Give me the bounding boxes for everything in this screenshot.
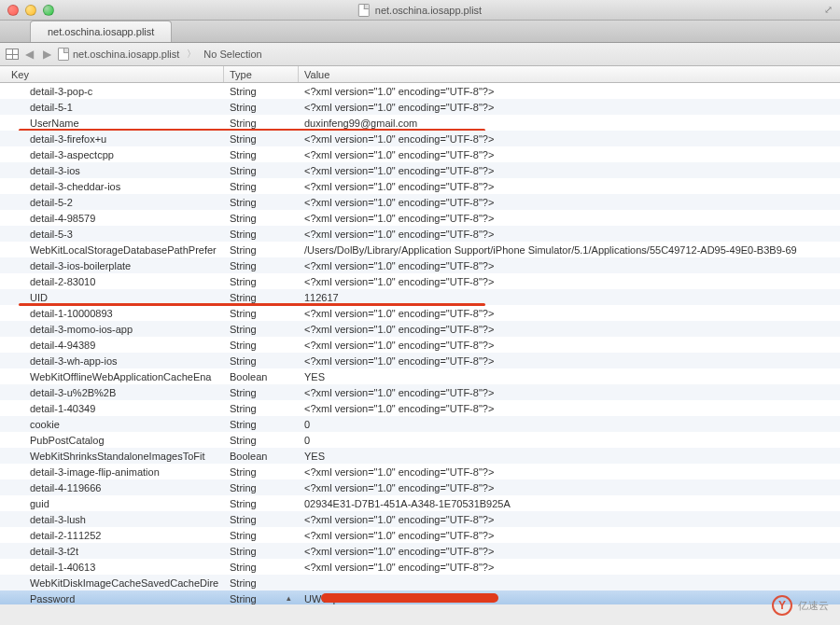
cell-key: guid — [0, 498, 224, 509]
cell-value: 02934E31-D7B1-451A-A348-1E70531B925A — [299, 498, 840, 509]
column-header-type[interactable]: Type — [224, 66, 299, 82]
table-row[interactable]: detail-4-98579String<?xml version="1.0" … — [0, 210, 840, 226]
table-row[interactable]: detail-3-cheddar-iosString<?xml version=… — [0, 178, 840, 194]
table-row[interactable]: detail-4-119666String<?xml version="1.0"… — [0, 479, 840, 495]
cell-key: detail-1-10000893 — [0, 308, 224, 319]
cell-value: <?xml version="1.0" encoding="UTF-8"?> — [299, 213, 840, 224]
table-row[interactable]: detail-3-momo-ios-appString<?xml version… — [0, 321, 840, 337]
table-row[interactable]: UIDString112617 — [0, 289, 840, 305]
table-row[interactable]: detail-5-1String<?xml version="1.0" enco… — [0, 99, 840, 115]
cell-type: Boolean — [224, 371, 299, 382]
table-row[interactable]: Password+−StringUWGqL — [0, 590, 840, 604]
table-row[interactable]: detail-3-image-flip-animationString<?xml… — [0, 464, 840, 479]
cell-value: 0 — [299, 419, 840, 430]
document-icon — [358, 4, 370, 17]
cell-value: <?xml version="1.0" encoding="UTF-8"?> — [299, 86, 840, 97]
cell-key: detail-1-40349 — [0, 403, 224, 414]
cell-key: PubPostCatalog — [0, 435, 224, 446]
table-row[interactable]: detail-3-lushString<?xml version="1.0" e… — [0, 511, 840, 527]
cell-key: detail-3-ios-boilerplate — [0, 260, 224, 271]
watermark-text: 亿速云 — [798, 599, 829, 613]
table-row[interactable]: detail-5-3String<?xml version="1.0" enco… — [0, 226, 840, 242]
table-row[interactable]: WebKitShrinksStandaloneImagesToFitBoolea… — [0, 448, 840, 464]
cell-type: String — [224, 165, 299, 176]
cell-type: String — [224, 387, 299, 398]
close-icon[interactable] — [7, 5, 19, 16]
table-row[interactable]: guidString02934E31-D7B1-451A-A348-1E7053… — [0, 495, 840, 511]
expand-icon[interactable]: ⤢ — [824, 4, 833, 16]
table-row[interactable]: detail-2-111252String<?xml version="1.0"… — [0, 527, 840, 543]
cell-key: detail-4-94389 — [0, 340, 224, 351]
watermark: Y 亿速云 — [772, 595, 829, 616]
cell-value: 0 — [299, 435, 840, 446]
path-segment-file[interactable]: net.oschina.iosapp.plist — [58, 48, 179, 61]
table-row[interactable]: detail-3-wh-app-iosString<?xml version="… — [0, 353, 840, 368]
cell-value: UWGqL — [299, 593, 840, 604]
cell-key: detail-3-momo-ios-app — [0, 324, 224, 335]
cell-key: WebKitLocalStorageDatabasePathPrefer — [0, 244, 224, 256]
column-header-value[interactable]: Value — [299, 66, 840, 82]
cell-type: String — [224, 435, 299, 446]
cell-key: detail-3-lush — [0, 514, 224, 525]
cell-type: String — [224, 324, 299, 335]
table-row[interactable]: detail-3-t2tString<?xml version="1.0" en… — [0, 543, 840, 559]
cell-value: YES — [299, 451, 840, 462]
cell-type: String — [224, 260, 299, 271]
cell-value: <?xml version="1.0" encoding="UTF-8"?> — [299, 466, 840, 478]
table-row[interactable]: detail-4-94389String<?xml version="1.0" … — [0, 337, 840, 353]
column-header-key[interactable]: Key — [0, 66, 224, 82]
cell-key: detail-3-aspectcpp — [0, 149, 224, 160]
cell-value: <?xml version="1.0" encoding="UTF-8"?> — [299, 308, 840, 319]
table-row[interactable]: WebKitOfflineWebApplicationCacheEnaBoole… — [0, 368, 840, 384]
table-row[interactable]: detail-3-aspectcppString<?xml version="1… — [0, 146, 840, 162]
cell-value: <?xml version="1.0" encoding="UTF-8"?> — [299, 355, 840, 367]
cell-key: UID — [0, 292, 224, 303]
back-icon[interactable]: ◀ — [22, 48, 36, 61]
tab-bar: net.oschina.iosapp.plist — [0, 21, 840, 43]
cell-value: <?xml version="1.0" encoding="UTF-8"?> — [299, 197, 840, 208]
table-row[interactable]: detail-5-2String<?xml version="1.0" enco… — [0, 194, 840, 210]
table-row[interactable]: detail-3-ios-boilerplateString<?xml vers… — [0, 257, 840, 273]
file-tab[interactable]: net.oschina.iosapp.plist — [30, 21, 172, 42]
table-row[interactable]: detail-3-pop-cString<?xml version="1.0" … — [0, 83, 840, 99]
zoom-icon[interactable] — [43, 5, 54, 16]
table-row[interactable]: WebKitDiskImageCacheSavedCacheDireString — [0, 575, 840, 590]
cell-type: String — [224, 498, 299, 509]
chevron-right-icon: 〉 — [187, 48, 196, 61]
cell-value: duxinfeng99@gmail.com — [299, 118, 840, 129]
table-row[interactable]: PubPostCatalogString0 — [0, 432, 840, 448]
table-row[interactable]: detail-1-40349String<?xml version="1.0" … — [0, 400, 840, 416]
cell-type: String — [224, 181, 299, 192]
cell-value: <?xml version="1.0" encoding="UTF-8"?> — [299, 482, 840, 493]
cell-key: detail-3-wh-app-ios — [0, 355, 224, 367]
cell-key: detail-5-2 — [0, 197, 224, 208]
table-row[interactable]: detail-1-10000893String<?xml version="1.… — [0, 305, 840, 321]
cell-type: String — [224, 530, 299, 541]
cell-type: String — [224, 213, 299, 224]
cell-key: detail-4-98579 — [0, 213, 224, 224]
tab-label: net.oschina.iosapp.plist — [48, 26, 154, 37]
cell-key: detail-1-40613 — [0, 562, 224, 573]
table-row[interactable]: detail-1-40613String<?xml version="1.0" … — [0, 559, 840, 575]
table-body: detail-3-pop-cString<?xml version="1.0" … — [0, 83, 840, 604]
cell-key: cookie — [0, 419, 224, 430]
table-row[interactable]: cookieString0 — [0, 416, 840, 432]
table-row[interactable]: UserNameStringduxinfeng99@gmail.com — [0, 115, 840, 131]
cell-type: String — [224, 514, 299, 525]
grid-view-icon[interactable] — [6, 49, 19, 60]
cell-value: <?xml version="1.0" encoding="UTF-8"?> — [299, 260, 840, 271]
cell-key: detail-2-111252 — [0, 530, 224, 541]
cell-value: <?xml version="1.0" encoding="UTF-8"?> — [299, 514, 840, 525]
table-row[interactable]: detail-2-83010String<?xml version="1.0" … — [0, 273, 840, 289]
cell-key: detail-3-image-flip-animation — [0, 466, 224, 478]
table-row[interactable]: detail-3-firefox+uString<?xml version="1… — [0, 131, 840, 146]
table-row[interactable]: WebKitLocalStorageDatabasePathPreferStri… — [0, 242, 840, 257]
cell-type: String — [224, 86, 299, 97]
forward-icon[interactable]: ▶ — [40, 48, 54, 61]
table-row[interactable]: detail-3-iosString<?xml version="1.0" en… — [0, 162, 840, 178]
cell-value: <?xml version="1.0" encoding="UTF-8"?> — [299, 165, 840, 176]
table-row[interactable]: detail-3-u%2B%2BString<?xml version="1.0… — [0, 384, 840, 400]
cell-type: String — [224, 403, 299, 414]
cell-type: String — [224, 133, 299, 145]
minimize-icon[interactable] — [25, 5, 36, 16]
